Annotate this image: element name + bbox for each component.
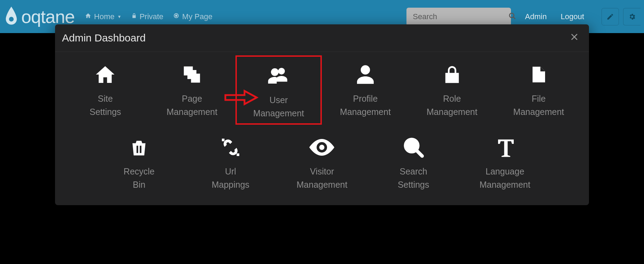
tile-label: Site Settings (90, 92, 121, 118)
tile-label: Page Management (166, 92, 217, 118)
tile-label: Search Settings (398, 165, 429, 191)
svg-point-18 (319, 145, 325, 150)
tile-label: Visitor Management (297, 165, 348, 191)
close-button[interactable] (570, 33, 579, 44)
modal-header: Admin Dashboard (55, 24, 589, 52)
svg-point-13 (361, 65, 370, 75)
tile-label: Profile Management (340, 92, 391, 118)
search-input[interactable] (413, 12, 509, 21)
tile-row-2: Recycle BinUrl MappingsVisitor Managemen… (55, 125, 589, 195)
search-large-icon (403, 135, 424, 160)
nav-mypage-label: My Page (182, 12, 212, 21)
caret-down-icon: ▼ (117, 14, 122, 19)
search-box[interactable] (406, 8, 511, 26)
tile-label: File Management (513, 92, 564, 118)
svg-line-20 (417, 150, 422, 156)
target-nav-icon (173, 13, 179, 21)
brand-logo[interactable]: oqtane (3, 6, 75, 27)
svg-rect-16 (222, 139, 225, 141)
admin-dashboard-modal: Admin Dashboard Site SettingsPage Manage… (55, 24, 589, 205)
logout-link[interactable]: Logout (561, 12, 584, 21)
tile-lock[interactable]: Role Management (409, 55, 495, 125)
admin-link[interactable]: Admin (525, 12, 546, 21)
svg-point-3 (176, 15, 177, 17)
settings-button[interactable] (623, 8, 641, 25)
pencil-icon (606, 13, 614, 21)
text-icon (495, 135, 515, 160)
trash-icon (129, 135, 149, 160)
svg-point-11 (278, 68, 285, 75)
tile-trash[interactable]: Recycle Bin (93, 128, 185, 195)
home-icon (94, 62, 116, 87)
file-icon (529, 62, 548, 87)
mapping-icon (220, 135, 241, 160)
modal-title: Admin Dashboard (62, 32, 146, 44)
nav-private-label: Private (140, 12, 163, 21)
tile-mapping[interactable]: Url Mappings (185, 128, 277, 195)
svg-point-12 (271, 68, 279, 76)
nav-home-label: Home (94, 12, 115, 21)
tile-row-1: Site SettingsPage ManagementUser Managem… (55, 52, 589, 125)
drop-icon (3, 6, 19, 26)
tile-home[interactable]: Site Settings (62, 55, 149, 125)
pages-icon (181, 62, 203, 87)
right-links: Admin Logout (525, 8, 641, 25)
annotation-arrow (224, 89, 258, 108)
svg-line-5 (513, 17, 515, 19)
search-icon[interactable] (509, 12, 516, 21)
tile-search-large[interactable]: Search Settings (368, 128, 459, 195)
nav-items: Home ▼ Private My Page (85, 12, 212, 21)
tile-label: Url Mappings (212, 165, 249, 191)
nav-home[interactable]: Home ▼ (85, 12, 122, 21)
svg-rect-15 (140, 146, 142, 153)
lock-icon (442, 62, 462, 87)
tile-text[interactable]: Language Management (459, 128, 551, 195)
eye-icon (309, 135, 334, 160)
home-nav-icon (85, 13, 91, 21)
nav-mypage[interactable]: My Page (173, 12, 212, 21)
tile-person[interactable]: Profile Management (322, 55, 409, 125)
svg-rect-17 (236, 154, 239, 156)
tile-label: Role Management (427, 92, 478, 118)
svg-rect-14 (137, 146, 138, 153)
users-icon (267, 64, 290, 88)
tile-pages[interactable]: Page Management (149, 55, 235, 125)
close-icon (570, 33, 579, 41)
tile-label: Recycle Bin (124, 165, 155, 191)
tile-label: Language Management (480, 165, 530, 191)
gear-icon (628, 13, 636, 21)
tile-label: User Management (253, 94, 304, 120)
tile-file[interactable]: File Management (495, 55, 582, 125)
svg-point-4 (510, 13, 514, 17)
edit-button[interactable] (602, 8, 619, 25)
brand-text: oqtane (21, 6, 75, 27)
tile-eye[interactable]: Visitor Management (276, 128, 368, 195)
person-icon (354, 62, 377, 87)
lock-nav-icon (131, 13, 137, 21)
svg-rect-10 (191, 73, 200, 83)
nav-private[interactable]: Private (131, 12, 163, 21)
